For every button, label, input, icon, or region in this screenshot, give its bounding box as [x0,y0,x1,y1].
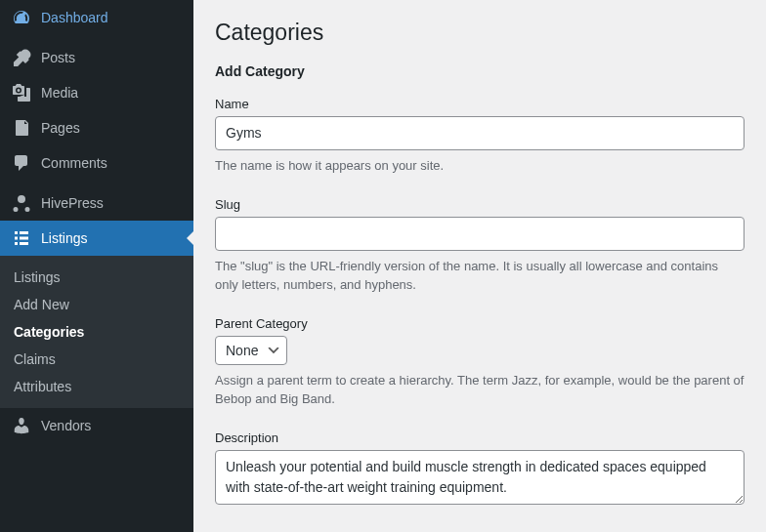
field-name: Name The name is how it appears on your … [215,97,745,176]
name-label: Name [215,97,745,111]
form-heading: Add Category [215,63,745,79]
sidebar-item-pages[interactable]: Pages [0,110,193,145]
field-description: Description [215,430,745,508]
submenu-item-attributes[interactable]: Attributes [0,373,193,400]
sidebar-item-media[interactable]: Media [0,75,193,110]
comments-icon [12,153,31,173]
field-slug: Slug The "slug" is the URL-friendly vers… [215,197,745,295]
admin-sidebar: Dashboard Posts Media Pages Comments Hiv… [0,0,193,532]
sidebar-item-label: Dashboard [41,10,108,25]
submenu-item-categories[interactable]: Categories [0,318,193,346]
sidebar-item-label: Posts [41,50,75,65]
sidebar-item-label: Vendors [41,418,91,433]
submenu-item-claims[interactable]: Claims [0,346,193,373]
parent-select[interactable]: None [215,336,287,365]
dashboard-icon [12,8,31,27]
media-icon [12,83,31,102]
description-textarea[interactable] [215,450,745,505]
sidebar-item-listings[interactable]: Listings [0,221,193,256]
pages-icon [12,118,31,138]
sidebar-item-hivepress[interactable]: HivePress [0,185,193,221]
hivepress-icon [12,193,31,213]
page-title: Categories [215,20,745,46]
sidebar-item-posts[interactable]: Posts [0,40,193,75]
parent-label: Parent Category [215,316,745,331]
name-description: The name is how it appears on your site. [215,156,745,176]
pushpin-icon [12,48,31,67]
sidebar-item-label: Media [41,85,78,101]
submenu-item-listings[interactable]: Listings [0,264,193,291]
field-parent: Parent Category None Assign a parent ter… [215,316,745,409]
sidebar-item-vendors[interactable]: Vendors [0,408,193,443]
listings-icon [12,228,31,248]
name-input[interactable] [215,116,745,150]
sidebar-item-label: Pages [41,120,80,136]
main-content: Categories Add Category Name The name is… [193,0,766,532]
description-label: Description [215,430,745,445]
parent-description: Assign a parent term to create a hierarc… [215,371,745,409]
slug-label: Slug [215,197,745,212]
sidebar-item-label: Listings [41,230,87,246]
submenu-listings: Listings Add New Categories Claims Attri… [0,256,193,408]
sidebar-item-label: Comments [41,155,107,171]
sidebar-item-dashboard[interactable]: Dashboard [0,0,193,35]
submenu-item-add-new[interactable]: Add New [0,291,193,318]
sidebar-item-label: HivePress [41,195,104,211]
vendors-icon [12,416,31,435]
slug-input[interactable] [215,217,745,251]
slug-description: The "slug" is the URL-friendly version o… [215,257,745,295]
sidebar-item-comments[interactable]: Comments [0,145,193,181]
